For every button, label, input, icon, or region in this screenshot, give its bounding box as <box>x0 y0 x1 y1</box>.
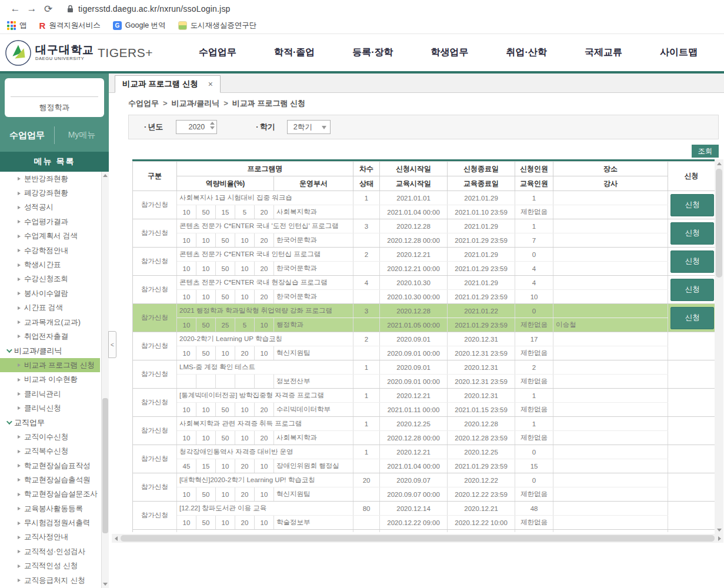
category-cell: 참가신청 <box>133 417 177 445</box>
tab-close-icon[interactable]: × <box>208 79 213 89</box>
sidebar-item-26[interactable]: 교직적성·인성검사 <box>0 544 100 559</box>
scroll-left-icon[interactable] <box>112 534 120 543</box>
sidebar-item-14[interactable]: 비교과 이수현황 <box>0 372 100 386</box>
sidebar-item-8[interactable]: 봉사이수열람 <box>0 286 100 300</box>
apply-button[interactable]: 신청 <box>670 279 714 301</box>
sidebar-item-3[interactable]: 수업평가결과 <box>0 215 100 229</box>
sidebar-item-18[interactable]: 교직이수신청 <box>0 430 100 444</box>
url-text[interactable]: tigersstd.daegu.ac.kr/nxrun/ssoLogin.jsp <box>78 4 231 14</box>
apply-count-cell: 1 <box>515 191 553 205</box>
reload-button[interactable]: ⟳ <box>40 3 56 15</box>
scroll-up-icon[interactable] <box>715 159 723 168</box>
scroll-up-icon[interactable] <box>102 172 109 179</box>
scroll-down-icon[interactable] <box>102 580 109 588</box>
place-cell <box>553 417 668 431</box>
sidebar-item-7[interactable]: 수강신청조회 <box>0 272 100 286</box>
sidebar-item-13[interactable]: 비교과 프로그램 신청 <box>0 358 100 372</box>
scroll-thumb[interactable] <box>121 535 715 542</box>
sidebar-item-12[interactable]: 비교과/클리닉 <box>0 344 100 358</box>
bookmark-item-1[interactable]: R원격지원서비스 <box>39 21 101 31</box>
sidebar-item-0[interactable]: 분반강좌현황 <box>0 172 100 186</box>
triangle-right-icon <box>18 320 21 324</box>
apply-cell <box>668 473 715 502</box>
forward-button[interactable]: → <box>24 3 40 15</box>
spinner-up-icon[interactable] <box>210 122 215 125</box>
sidebar-item-21[interactable]: 학교현장실습출석원 <box>0 473 100 487</box>
apply-cell <box>668 332 715 360</box>
sidebar-item-10[interactable]: 교과목개요(교과) <box>0 315 100 329</box>
university-logo[interactable]: 대구대학교 DAEGU UNIVERSITY TIGERS+ <box>5 39 153 66</box>
back-button[interactable]: ← <box>7 3 24 15</box>
edu-count-cell: 제한없음 <box>515 318 553 332</box>
apply-cell: 신청 <box>668 248 715 276</box>
category-cell: 참가신청 <box>133 191 177 219</box>
sidebar-item-24[interactable]: 무시험검정원서출력 <box>0 516 100 530</box>
sidebar-collapse-handle[interactable]: < <box>108 331 116 358</box>
vertical-scrollbar[interactable] <box>715 159 723 534</box>
round-cell: 1 <box>353 360 380 375</box>
sidebar-tab-primary[interactable]: 수업업무 <box>0 130 54 141</box>
sidebar-item-9[interactable]: 시간표 검색 <box>0 301 100 315</box>
scroll-thumb[interactable] <box>716 169 722 278</box>
search-button[interactable]: 조회 <box>692 145 719 158</box>
apps-grid-icon <box>7 21 16 30</box>
triangle-right-icon <box>18 579 21 582</box>
edu-count-cell: 제한없음 <box>515 487 553 502</box>
bookmark-item-3[interactable]: 도시재생실증연구단 <box>178 21 257 31</box>
dept-cell: 한국어문학과 <box>274 262 353 276</box>
nav-item-2[interactable]: 등록·장학 <box>352 46 393 59</box>
nav-item-1[interactable]: 학적·졸업 <box>274 46 315 59</box>
sidebar-item-11[interactable]: 취업전자출결 <box>0 329 100 343</box>
bookmark-item-2[interactable]: GGoogle 번역 <box>113 21 166 31</box>
sidebar-item-17[interactable]: 교직업무 <box>0 416 100 430</box>
nav-item-6[interactable]: 사이트맵 <box>660 46 698 59</box>
sidebar-item-25[interactable]: 교직사정안내 <box>0 530 100 544</box>
horizontal-scrollbar[interactable] <box>112 534 723 543</box>
sidebar-item-5[interactable]: 수강학점안내 <box>0 243 100 258</box>
scroll-down-icon[interactable] <box>715 526 723 534</box>
sidebar-item-2[interactable]: 성적공시 <box>0 201 100 215</box>
apply-button[interactable]: 신청 <box>670 222 714 245</box>
sidebar-item-23[interactable]: 교육봉사활동등록 <box>0 502 100 516</box>
apply-button[interactable]: 신청 <box>670 194 714 216</box>
ratio-cell: 10 <box>235 403 255 417</box>
nav-item-0[interactable]: 수업업무 <box>199 46 236 59</box>
sidebar-item-6[interactable]: 학생시간표 <box>0 258 100 272</box>
year-spinner[interactable] <box>210 122 215 129</box>
sidebar-item-22[interactable]: 학교현장실습설문조사 <box>0 487 100 502</box>
sidebar-item-15[interactable]: 클리닉관리 <box>0 387 100 401</box>
sidebar-scrollbar[interactable] <box>101 172 109 588</box>
scroll-thumb[interactable] <box>102 398 108 533</box>
col-apply-start: 신청시작일 <box>380 162 448 176</box>
content-tab[interactable]: 비교과 프로그램 신청 × <box>115 75 221 93</box>
sidebar-item-1[interactable]: 폐강강좌현황 <box>0 186 100 200</box>
place-cell <box>553 248 668 262</box>
apply-end-cell: 2020.12.21 <box>448 502 515 516</box>
bookmarks-bar: 앱R원격지원서비스GGoogle 번역도시재생실증연구단 <box>0 18 724 34</box>
triangle-right-icon <box>18 363 21 367</box>
table-subrow-10: 1050102010혁신지원팀2020.09.07 00:002020.12.2… <box>133 487 715 502</box>
nav-item-5[interactable]: 국제교류 <box>585 46 622 59</box>
program-name-cell: 콘텐츠 전문가 C*ENTER 국내 현장실습 프로그램 <box>177 276 353 290</box>
state-cell <box>353 487 380 502</box>
sidebar-item-16[interactable]: 클리닉신청 <box>0 401 100 415</box>
sidebar-item-4[interactable]: 수업계획서 검색 <box>0 229 100 243</box>
sidebar-tab-secondary[interactable]: My메뉴 <box>55 130 109 141</box>
nav-item-3[interactable]: 학생업무 <box>431 46 469 59</box>
sidebar-item-28[interactable]: 교직응급처지 신청 <box>0 573 100 587</box>
scroll-right-icon[interactable] <box>715 534 723 543</box>
nav-item-4[interactable]: 취업·산학 <box>506 46 547 59</box>
sidebar-item-label: 비교과/클리닉 <box>14 346 62 356</box>
sidebar-item-label: 교직이수신청 <box>24 432 68 442</box>
semester-select[interactable]: 2학기 <box>287 120 331 134</box>
sidebar-item-19[interactable]: 교직복수신청 <box>0 444 100 458</box>
apply-button[interactable]: 신청 <box>670 307 714 329</box>
place-cell <box>553 473 668 487</box>
apply-button[interactable]: 신청 <box>670 250 714 273</box>
spinner-down-icon[interactable] <box>210 126 215 129</box>
year-input[interactable]: 2020 <box>176 120 217 134</box>
bookmark-item-0[interactable]: 앱 <box>7 21 27 31</box>
sidebar-item-27[interactable]: 교직적인성 신청 <box>0 559 100 573</box>
sidebar-item-20[interactable]: 학교현장실습표작성 <box>0 459 100 473</box>
category-cell: 참가신청 <box>133 389 177 417</box>
